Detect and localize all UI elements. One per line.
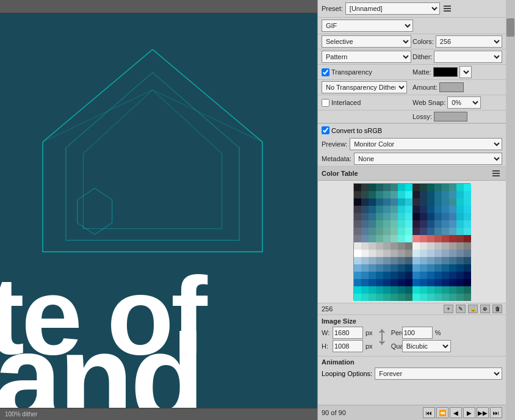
color-cell[interactable] [376, 206, 383, 213]
color-cell[interactable] [442, 242, 449, 250]
color-cell[interactable] [361, 264, 369, 272]
color-cell[interactable] [464, 272, 471, 279]
color-cell[interactable] [405, 257, 412, 264]
color-cell[interactable] [391, 264, 398, 272]
color-cell[interactable] [456, 206, 464, 213]
color-cell[interactable] [434, 264, 442, 272]
color-cell[interactable] [391, 184, 398, 191]
color-cell[interactable] [442, 235, 449, 242]
metadata-select[interactable]: None [354, 153, 502, 165]
color-cell[interactable] [434, 279, 442, 286]
color-cell[interactable] [434, 286, 442, 294]
color-cell[interactable] [391, 206, 398, 213]
color-cell[interactable] [376, 294, 383, 301]
color-cell[interactable] [442, 198, 449, 206]
color-cell[interactable] [369, 213, 376, 220]
loop-select[interactable]: Forever [375, 368, 502, 380]
color-cell[interactable] [398, 272, 405, 279]
color-cell[interactable] [361, 191, 369, 198]
color-cell[interactable] [383, 242, 391, 250]
color-cell[interactable] [361, 198, 369, 206]
color-cell[interactable] [376, 250, 383, 257]
color-cell[interactable] [464, 264, 471, 272]
color-cell[interactable] [427, 191, 434, 198]
color-cell[interactable] [442, 264, 449, 272]
last-frame-button[interactable]: ⏭ [490, 407, 502, 418]
color-cell[interactable] [427, 264, 434, 272]
color-cell[interactable] [434, 213, 442, 220]
color-cell[interactable] [442, 257, 449, 264]
color-cell[interactable] [464, 184, 471, 191]
color-cell[interactable] [464, 198, 471, 206]
color-cell[interactable] [361, 220, 369, 228]
color-cell[interactable] [354, 191, 361, 198]
color-cell[interactable] [420, 264, 427, 272]
color-cell[interactable] [434, 220, 442, 228]
color-cell[interactable] [427, 294, 434, 301]
color-cell[interactable] [464, 294, 471, 301]
color-cell[interactable] [456, 294, 464, 301]
quality-select[interactable]: Bicubic [402, 340, 451, 352]
color-cell[interactable] [361, 272, 369, 279]
color-cell[interactable] [354, 213, 361, 220]
preview-select[interactable]: Monitor Color [350, 138, 502, 150]
color-cell[interactable] [405, 213, 412, 220]
color-cell[interactable] [420, 286, 427, 294]
dither-select[interactable]: Pattern [322, 51, 411, 63]
color-cell[interactable] [383, 294, 391, 301]
play-forward-button[interactable]: ▶▶ [477, 407, 489, 418]
color-cell[interactable] [412, 286, 420, 294]
first-frame-button[interactable]: ⏮ [423, 407, 435, 418]
color-cell[interactable] [434, 206, 442, 213]
color-cell[interactable] [376, 220, 383, 228]
color-cell[interactable] [420, 279, 427, 286]
add-color-icon[interactable]: + [444, 305, 453, 313]
color-cell[interactable] [369, 250, 376, 257]
color-cell[interactable] [427, 235, 434, 242]
color-cell[interactable] [427, 184, 434, 191]
color-cell[interactable] [449, 191, 456, 198]
color-cell[interactable] [398, 191, 405, 198]
color-cell[interactable] [398, 235, 405, 242]
color-cell[interactable] [369, 191, 376, 198]
color-cell[interactable] [456, 198, 464, 206]
color-cell[interactable] [354, 228, 361, 235]
color-cell[interactable] [391, 213, 398, 220]
color-cell[interactable] [434, 272, 442, 279]
color-cell[interactable] [420, 294, 427, 301]
color-cell[interactable] [412, 264, 420, 272]
play-button[interactable]: ▶ [463, 407, 475, 418]
color-cell[interactable] [391, 228, 398, 235]
color-cell[interactable] [391, 220, 398, 228]
color-cell[interactable] [354, 257, 361, 264]
color-cell[interactable] [376, 286, 383, 294]
color-cell[interactable] [369, 279, 376, 286]
transparency-checkbox[interactable] [322, 68, 330, 76]
color-cell[interactable] [420, 206, 427, 213]
color-cell[interactable] [369, 235, 376, 242]
color-cell[interactable] [361, 235, 369, 242]
color-cell[interactable] [412, 198, 420, 206]
color-cell[interactable] [442, 294, 449, 301]
color-cell[interactable] [420, 213, 427, 220]
color-cell[interactable] [456, 220, 464, 228]
color-cell[interactable] [361, 206, 369, 213]
color-cell[interactable] [376, 184, 383, 191]
color-cell[interactable] [442, 191, 449, 198]
color-cell[interactable] [405, 198, 412, 206]
color-cell[interactable] [449, 242, 456, 250]
color-cell[interactable] [369, 228, 376, 235]
color-cell[interactable] [405, 191, 412, 198]
color-cell[interactable] [354, 294, 361, 301]
color-cell[interactable] [464, 213, 471, 220]
height-input[interactable] [333, 340, 363, 352]
color-cell[interactable] [391, 198, 398, 206]
color-cell[interactable] [456, 286, 464, 294]
color-cell[interactable] [449, 286, 456, 294]
color-cell[interactable] [412, 257, 420, 264]
prev-frame-button[interactable]: ⏪ [436, 407, 448, 418]
color-cell[interactable] [412, 279, 420, 286]
color-cell[interactable] [391, 286, 398, 294]
color-cell[interactable] [427, 272, 434, 279]
color-cell[interactable] [354, 184, 361, 191]
